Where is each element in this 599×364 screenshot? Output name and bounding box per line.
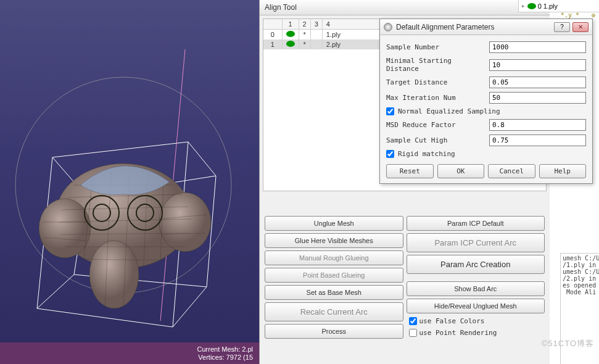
rigid-matching-label: Rigid matching [398, 150, 455, 158]
watermark: ©51CTO博客 [542, 338, 594, 349]
cancel-button[interactable]: Cancel [488, 164, 535, 178]
ok-button[interactable]: OK [437, 164, 485, 178]
false-colors-checkbox[interactable] [409, 317, 417, 325]
manual-rough-glueing-button[interactable]: Manual Rough Glueing [265, 250, 403, 265]
param-icp-default-button[interactable]: Param ICP Default [407, 216, 545, 231]
rigid-matching-checkbox[interactable] [386, 150, 394, 158]
svg-point-7 [39, 199, 91, 258]
target-distance-input[interactable] [489, 77, 586, 88]
sample-cut-input[interactable] [489, 134, 586, 146]
show-bad-arc-button[interactable]: Show Bad Arc [407, 281, 545, 296]
use-point-rendering-check[interactable]: use Point Rendering [407, 328, 545, 337]
point-rendering-label: use Point Rendering [419, 329, 497, 337]
normal-eq-checkbox[interactable] [386, 107, 394, 115]
triangle-icon: ▸ [521, 2, 526, 10]
dialog-title: Default Alignment Parameters [396, 23, 494, 31]
process-button[interactable]: Process [265, 324, 403, 339]
msd-reduce-label: MSD Reduce Factor [386, 121, 485, 129]
param-icp-current-arc-button[interactable]: Param ICP Current Arc [407, 233, 545, 252]
glue-here-button[interactable]: Glue Here Visible Meshes [265, 233, 403, 248]
eye-icon[interactable] [286, 41, 295, 47]
point-rendering-checkbox[interactable] [409, 329, 417, 337]
eye-icon[interactable] [286, 31, 295, 37]
sample-number-label: Sample Number [386, 43, 485, 51]
layer-strip[interactable]: ▸ 0 1.ply [518, 0, 599, 12]
status-current-mesh: Current Mesh: 2.pl [6, 345, 253, 354]
max-iter-input[interactable] [489, 92, 586, 104]
status-vertices: Vertices: 7972 (15 [6, 354, 253, 362]
param-arc-creation-button[interactable]: Param Arc Creation [407, 255, 545, 274]
min-start-dist-input[interactable] [489, 59, 586, 71]
min-start-dist-label: Minimal Starting Distance [386, 57, 485, 73]
use-false-colors-check[interactable]: use False Colors [407, 316, 545, 325]
sample-cut-label: Sample Cut High [386, 136, 485, 144]
svg-point-13 [89, 241, 139, 308]
mesh-model [39, 163, 211, 308]
false-colors-label: use False Colors [419, 317, 485, 325]
status-bar: Current Mesh: 2.pl Vertices: 7972 (15 [0, 342, 259, 364]
max-iter-label: Max Iteration Num [386, 94, 485, 102]
reset-button[interactable]: Reset [386, 164, 434, 178]
help-icon[interactable]: ? [554, 22, 570, 32]
recalc-current-arc-button[interactable]: Recalc Current Arc [265, 302, 403, 321]
help-button[interactable]: Help [539, 164, 587, 178]
layer-label: 0 1.ply [538, 2, 558, 10]
close-icon[interactable]: ✕ [572, 22, 589, 32]
point-based-glueing-button[interactable]: Point Based Glueing [265, 268, 403, 283]
align-title: Align Tool [260, 0, 550, 15]
target-distance-label: Target Distance [386, 78, 485, 86]
normal-eq-label: Normal Equalized Sampling [398, 107, 500, 115]
eye-icon[interactable] [527, 3, 536, 9]
set-as-base-mesh-button[interactable]: Set as Base Mesh [265, 285, 403, 300]
hide-reveal-unglued-button[interactable]: Hide/Reveal Unglued Mesh [407, 299, 545, 313]
viewport-3d[interactable] [0, 0, 259, 342]
default-alignment-parameters-dialog: Default Alignment Parameters ? ✕ Sample … [379, 19, 593, 184]
msd-reduce-input[interactable] [489, 119, 586, 131]
eye-icon [384, 23, 392, 31]
unglue-mesh-button[interactable]: Unglue Mesh [265, 216, 403, 231]
sample-number-input[interactable] [489, 41, 586, 53]
svg-point-8 [159, 192, 211, 252]
